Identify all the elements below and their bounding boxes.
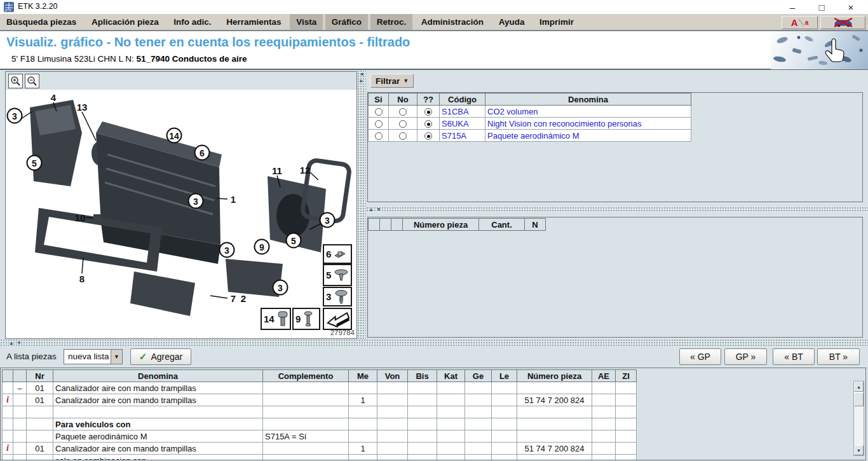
menu-vista[interactable]: Vista <box>290 14 323 30</box>
info-icon[interactable]: i <box>3 443 13 455</box>
col-unknown: ?? <box>417 93 440 106</box>
diagram-callout-11[interactable]: 11 <box>272 166 282 175</box>
radio-unknown[interactable] <box>424 120 432 128</box>
parts-table: Nr Denomina Complemento Me Von Bis Kat G… <box>2 369 637 460</box>
parts-list-section: Nr Denomina Complemento Me Von Bis Kat G… <box>0 368 866 460</box>
diagram-callout-8[interactable]: 8 <box>79 274 85 284</box>
diagram-callout-5[interactable]: 5 <box>27 155 43 171</box>
close-button[interactable]: × <box>836 2 865 13</box>
col-bis: Bis <box>408 370 437 382</box>
scroll-down-icon[interactable]: ▼ <box>854 445 864 455</box>
splitter-left-icon[interactable]: ◄ <box>359 72 364 77</box>
info-icon[interactable]: i <box>3 394 13 406</box>
diagram-callout-12[interactable]: 12 <box>300 165 311 175</box>
col-cant: Cant. <box>479 219 525 231</box>
parts-row[interactable] <box>3 406 637 418</box>
col-codigo: Código <box>440 93 485 106</box>
bottom-splitter[interactable]: ▲ ▼ <box>0 339 868 347</box>
parts-row[interactable]: – 01 Canalizador aire con mando trampill… <box>3 382 637 394</box>
diagram-callout-5[interactable]: 5 <box>286 233 302 249</box>
diagram-callout-9[interactable]: 9 <box>254 239 270 255</box>
scroll-up-icon[interactable]: ▲ <box>854 382 864 392</box>
diagram-panel[interactable]: 345131463111123593108723 6 5 3 <box>5 71 357 339</box>
radio-si[interactable] <box>375 120 383 128</box>
callout-layer: 345131463111123593108723 <box>6 72 357 339</box>
splitter-down-icon[interactable]: ▼ <box>376 207 381 212</box>
diagram-callout-3[interactable]: 3 <box>219 242 235 258</box>
add-button[interactable]: ✓ Agregar <box>130 348 191 365</box>
bt-prev-button[interactable]: « BT <box>773 348 815 365</box>
collapse-icon[interactable]: – <box>13 382 27 394</box>
legend-fastener: 5 <box>323 264 352 286</box>
parts-row[interactable]: i 01 Canalizador aire con mando trampill… <box>3 443 637 455</box>
diagram-callout-4[interactable]: 4 <box>51 93 56 102</box>
direction-arrow-icon <box>326 310 351 328</box>
menu-info-adic[interactable]: Info adic. <box>167 14 217 30</box>
gp-next-button[interactable]: GP » <box>724 348 767 365</box>
parts-row[interactable]: Para vehículos con <box>3 418 637 430</box>
menu-retroc[interactable]: Retroc. <box>370 14 413 30</box>
hide-vehicle-button[interactable] <box>820 16 865 29</box>
col-kat: Kat <box>437 370 465 382</box>
font-size-icon: A <box>791 17 798 28</box>
minimize-button[interactable]: – <box>778 2 807 13</box>
radio-no[interactable] <box>399 132 407 140</box>
diagram-callout-3[interactable]: 3 <box>320 212 336 228</box>
menu-herramientas[interactable]: Herramientas <box>220 14 287 30</box>
list-dropdown[interactable]: nueva lista ▼ <box>64 349 123 364</box>
menu-ayuda[interactable]: Ayuda <box>492 14 531 30</box>
col-complemento: Complemento <box>263 370 349 382</box>
gp-prev-button[interactable]: « GP <box>679 348 721 365</box>
diagram-callout-6[interactable]: 6 <box>194 145 210 161</box>
diagram-callout-1[interactable]: 1 <box>231 195 236 204</box>
col-blank <box>380 219 391 231</box>
scrollbar-thumb[interactable] <box>854 392 864 406</box>
vertical-splitter[interactable]: ◄ ► <box>357 70 366 339</box>
splitter-up-icon[interactable]: ▲ <box>369 207 374 212</box>
radio-unknown[interactable] <box>424 108 432 116</box>
radio-si[interactable] <box>375 108 383 116</box>
parts-row[interactable]: solo en combinacion con <box>3 455 637 461</box>
parts-row[interactable]: Paquete aerodinámico M S715A = Sí <box>3 430 637 443</box>
diagram-callout-10[interactable]: 10 <box>75 213 86 223</box>
diagram-callout-13[interactable]: 13 <box>77 102 88 112</box>
horizontal-splitter[interactable]: ▲ ▼ <box>366 207 868 212</box>
diagram-callout-3[interactable]: 3 <box>273 280 288 296</box>
radio-si[interactable] <box>375 132 383 140</box>
diagram-callout-7[interactable]: 7 <box>231 294 236 303</box>
diagram-callout-14[interactable]: 14 <box>166 128 182 144</box>
menu-grafico[interactable]: Gráfico <box>325 14 368 30</box>
list-label: A lista piezas <box>6 352 57 361</box>
radio-no[interactable] <box>399 120 407 128</box>
diagram-callout-2[interactable]: 2 <box>241 294 246 303</box>
bolt-icon <box>276 310 290 328</box>
maximize-button[interactable]: □ <box>807 2 836 13</box>
splitter-up-icon[interactable]: ▲ <box>9 340 14 346</box>
dropdown-arrow-icon[interactable]: ▼ <box>111 350 122 364</box>
col-blank <box>369 219 380 231</box>
menu-busqueda-piezas[interactable]: Búsqueda piezas <box>0 14 83 30</box>
menu-administracion[interactable]: Administración <box>415 14 490 30</box>
app-icon: ETK <box>4 2 14 12</box>
radio-unknown[interactable] <box>424 132 432 140</box>
parts-row[interactable]: i 01 Canalizador aire con mando trampill… <box>3 394 637 406</box>
diagram-callout-3[interactable]: 3 <box>188 193 204 209</box>
vehicle-context: 5' F18 Limusina 523Li CHN L N: 51_7940 C… <box>11 54 247 64</box>
col-no: No <box>389 93 417 106</box>
diagram-callout-3[interactable]: 3 <box>7 108 23 124</box>
radio-no[interactable] <box>399 108 407 116</box>
menu-bar: Búsqueda piezas Aplicación pieza Info ad… <box>0 14 868 31</box>
col-denomina: Denomina <box>53 370 263 382</box>
menu-aplicacion-pieza[interactable]: Aplicación pieza <box>85 14 165 30</box>
filter-options-panel: Si No ?? Código Denomina S1CBA CO2 volum… <box>367 92 863 202</box>
menu-imprimir[interactable]: Imprimir <box>533 14 580 30</box>
font-size-button[interactable]: A⟍a <box>782 16 818 29</box>
legend-clip: 6 <box>323 244 352 264</box>
filter-button[interactable]: Filtrar▼ <box>370 74 414 88</box>
parts-table-scrollbar[interactable]: ▲ ▼ <box>853 381 864 456</box>
filter-row: S715A Paquete aerodinámico M <box>369 130 691 142</box>
splitter-right-icon[interactable]: ► <box>359 79 364 84</box>
screw-icon <box>332 289 349 305</box>
bt-next-button[interactable]: BT » <box>817 348 860 365</box>
splitter-down-icon[interactable]: ▼ <box>17 340 22 346</box>
